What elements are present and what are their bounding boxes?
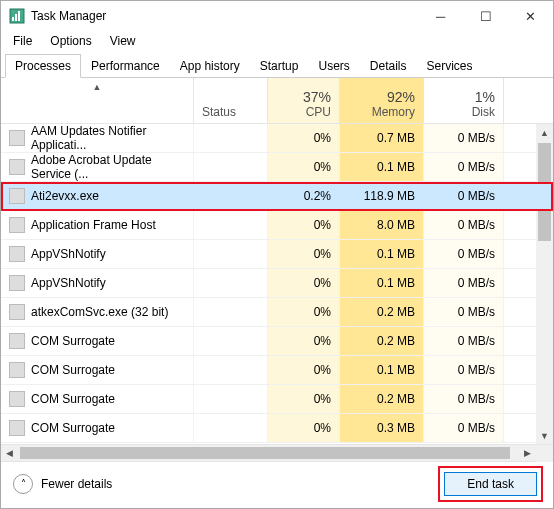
process-icon xyxy=(9,420,25,436)
footer: ˄ Fewer details End task xyxy=(1,461,553,505)
cell-disk: 0 MB/s xyxy=(424,385,504,413)
cell-memory: 0.1 MB xyxy=(340,153,424,181)
column-cpu[interactable]: 37% CPU xyxy=(268,78,340,123)
process-name: AppVShNotify xyxy=(31,247,106,261)
column-disk[interactable]: 1% Disk xyxy=(424,78,504,123)
process-icon xyxy=(9,246,25,262)
scroll-track[interactable] xyxy=(536,243,553,427)
table-row[interactable]: COM Surrogate0%0.3 MB0 MB/s xyxy=(1,414,553,443)
tab-users[interactable]: Users xyxy=(308,54,359,78)
cell-name: COM Surrogate xyxy=(1,356,194,384)
cell-cpu: 0% xyxy=(268,356,340,384)
cell-status xyxy=(194,240,268,268)
table-row[interactable]: atkexComSvc.exe (32 bit)0%0.2 MB0 MB/s xyxy=(1,298,553,327)
menu-file[interactable]: File xyxy=(5,32,40,50)
hscroll-track[interactable] xyxy=(18,445,519,461)
table-row[interactable]: Adobe Acrobat Update Service (...0%0.1 M… xyxy=(1,153,553,182)
fewer-details-button[interactable]: ˄ Fewer details xyxy=(13,474,112,494)
tab-startup[interactable]: Startup xyxy=(250,54,309,78)
cell-name: AAM Updates Notifier Applicati... xyxy=(1,124,194,152)
process-name: COM Surrogate xyxy=(31,334,115,348)
scroll-down-icon[interactable]: ▼ xyxy=(536,427,553,444)
app-icon xyxy=(9,8,25,24)
disk-label: Disk xyxy=(472,105,495,119)
cell-status xyxy=(194,385,268,413)
tab-services[interactable]: Services xyxy=(417,54,483,78)
column-status-label: Status xyxy=(202,105,259,119)
tab-processes[interactable]: Processes xyxy=(5,54,81,78)
cell-disk: 0 MB/s xyxy=(424,298,504,326)
process-icon xyxy=(9,130,25,146)
cell-disk: 0 MB/s xyxy=(424,211,504,239)
cell-disk: 0 MB/s xyxy=(424,124,504,152)
column-name[interactable]: ▲ Name xyxy=(1,78,194,123)
table-row[interactable]: AppVShNotify0%0.1 MB0 MB/s xyxy=(1,269,553,298)
tab-details[interactable]: Details xyxy=(360,54,417,78)
table-row[interactable]: COM Surrogate0%0.2 MB0 MB/s xyxy=(1,327,553,356)
process-icon xyxy=(9,333,25,349)
cell-memory: 0.2 MB xyxy=(340,327,424,355)
cell-memory: 0.1 MB xyxy=(340,269,424,297)
cell-status xyxy=(194,356,268,384)
cell-memory: 0.2 MB xyxy=(340,298,424,326)
minimize-button[interactable]: ─ xyxy=(418,1,463,31)
tab-app-history[interactable]: App history xyxy=(170,54,250,78)
maximize-button[interactable]: ☐ xyxy=(463,1,508,31)
cell-memory: 8.0 MB xyxy=(340,211,424,239)
process-name: COM Surrogate xyxy=(31,392,115,406)
memory-label: Memory xyxy=(372,105,415,119)
cell-name: COM Surrogate xyxy=(1,327,194,355)
table-row[interactable]: COM Surrogate0%0.1 MB0 MB/s xyxy=(1,356,553,385)
process-list: AAM Updates Notifier Applicati...0%0.7 M… xyxy=(1,124,553,444)
end-task-button[interactable]: End task xyxy=(444,472,537,496)
process-name: Application Frame Host xyxy=(31,218,156,232)
cell-status xyxy=(194,124,268,152)
process-name: Adobe Acrobat Update Service (... xyxy=(31,153,185,181)
cell-cpu: 0% xyxy=(268,327,340,355)
scroll-corner xyxy=(536,445,553,462)
cell-cpu: 0% xyxy=(268,153,340,181)
cell-cpu: 0% xyxy=(268,414,340,442)
cell-name: Application Frame Host xyxy=(1,211,194,239)
cell-status xyxy=(194,298,268,326)
cell-cpu: 0.2% xyxy=(268,182,340,210)
process-icon xyxy=(9,217,25,233)
process-icon xyxy=(9,304,25,320)
cell-memory: 118.9 MB xyxy=(340,182,424,210)
cell-status xyxy=(194,182,268,210)
table-row[interactable]: Ati2evxx.exe0.2%118.9 MB0 MB/s xyxy=(1,182,553,211)
vertical-scrollbar[interactable]: ▲ ▼ xyxy=(536,124,553,444)
close-button[interactable]: ✕ xyxy=(508,1,553,31)
process-icon xyxy=(9,275,25,291)
titlebar[interactable]: Task Manager ─ ☐ ✕ xyxy=(1,1,553,31)
column-status[interactable]: Status xyxy=(194,78,268,123)
process-name: COM Surrogate xyxy=(31,363,115,377)
table-row[interactable]: Application Frame Host0%8.0 MB0 MB/s xyxy=(1,211,553,240)
cpu-label: CPU xyxy=(306,105,331,119)
process-icon xyxy=(9,362,25,378)
cell-name: COM Surrogate xyxy=(1,385,194,413)
table-row[interactable]: AppVShNotify0%0.1 MB0 MB/s xyxy=(1,240,553,269)
scroll-left-icon[interactable]: ◀ xyxy=(1,445,18,461)
hscroll-thumb[interactable] xyxy=(20,447,510,459)
end-task-highlight: End task xyxy=(440,468,541,500)
scroll-right-icon[interactable]: ▶ xyxy=(519,445,536,461)
menu-options[interactable]: Options xyxy=(42,32,99,50)
cell-cpu: 0% xyxy=(268,240,340,268)
process-name: Ati2evxx.exe xyxy=(31,189,99,203)
cell-memory: 0.2 MB xyxy=(340,385,424,413)
menubar: File Options View xyxy=(1,31,553,51)
cell-status xyxy=(194,153,268,181)
cell-disk: 0 MB/s xyxy=(424,240,504,268)
fewer-details-label: Fewer details xyxy=(41,477,112,491)
table-row[interactable]: COM Surrogate0%0.2 MB0 MB/s xyxy=(1,385,553,414)
table-row[interactable]: AAM Updates Notifier Applicati...0%0.7 M… xyxy=(1,124,553,153)
scroll-up-icon[interactable]: ▲ xyxy=(536,124,553,141)
horizontal-scrollbar[interactable]: ◀ ▶ xyxy=(1,444,553,461)
cell-cpu: 0% xyxy=(268,211,340,239)
menu-view[interactable]: View xyxy=(102,32,144,50)
column-memory[interactable]: 92% Memory xyxy=(340,78,424,123)
cell-name: AppVShNotify xyxy=(1,240,194,268)
tab-performance[interactable]: Performance xyxy=(81,54,170,78)
cell-memory: 0.1 MB xyxy=(340,356,424,384)
